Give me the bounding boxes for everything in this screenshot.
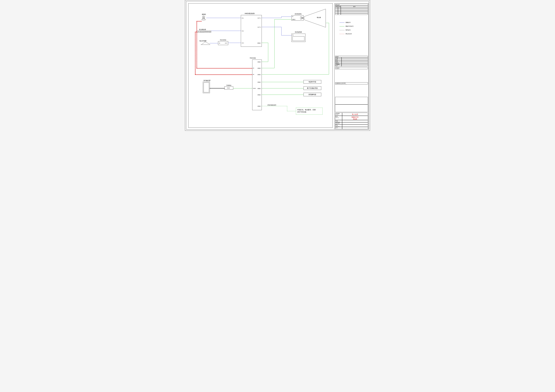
project-key-sub: PROJECT — [336, 114, 342, 115]
ctrl-rj45: RJ45 — [253, 88, 256, 89]
sign-row-1: 建 筑 — [335, 59, 342, 60]
rev-row — [338, 10, 341, 12]
wire-ir2-v — [195, 32, 196, 74]
svg-point-3 — [202, 19, 206, 20]
revision-title: 修改记录 RECORD — [335, 4, 368, 6]
project-key-text: 归档类型 — [336, 113, 340, 114]
psu-box: 电源时序器 — [304, 80, 321, 84]
projector-label: 高清投影机 — [295, 13, 302, 15]
matrix-out1: OUT 1 — [257, 17, 261, 19]
empty-cell — [335, 97, 368, 105]
ctrl-port-4: 控制口 — [257, 81, 261, 83]
rev-row — [341, 10, 368, 12]
stamp-title-text: 注册建筑设计师专用章 — [336, 83, 346, 84]
monitor-label: 机房监视器 — [295, 31, 302, 33]
matrix-out2: OUT 2 — [257, 27, 261, 28]
laptop-label: 笔记本电脑 — [199, 40, 206, 42]
wire-infobox-in3 — [228, 43, 241, 43]
infobox-in-port: IN — [219, 43, 220, 44]
svg-marker-17 — [304, 9, 326, 27]
rev-row — [341, 13, 368, 15]
wire-net-proj-v — [274, 19, 275, 68]
checked-key-text: 校 对 — [336, 125, 338, 126]
wire-ir2-h — [195, 74, 252, 75]
rev-row — [335, 7, 338, 9]
rev-row — [335, 10, 338, 12]
wire-net-mxctrl-h1 — [262, 43, 268, 43]
control-host: 控制口 控制口 控制口 控制口 控制口 控制口 控制口 IR IR RJ45 — [252, 60, 262, 110]
sign-title: 会签栏 — [335, 56, 368, 57]
svg-rect-10 — [209, 31, 211, 32]
monitor-screen — [292, 36, 304, 41]
sign-row-0: 工 程 — [335, 57, 342, 59]
wifi-touch-inner — [204, 82, 209, 92]
bluray-label: 蓝光播放器 — [199, 29, 206, 30]
wire-ir1-h2 — [197, 21, 202, 21]
infobox: IN OUT — [218, 41, 228, 45]
approved-key-text: 审 核 — [336, 121, 338, 121]
decoder-box: 影院解码器 — [304, 93, 321, 96]
approved-val — [342, 120, 368, 122]
laptop-icon — [200, 42, 212, 45]
project-value: 私人会所 — [342, 113, 368, 116]
rev-col-desc: 摘 要 — [341, 6, 368, 7]
stamp-title-sub: STAMP OF ARCHITECTURAL DESIGN — [336, 84, 367, 84]
camera-icon — [201, 15, 206, 21]
dwg-key: 图 名 DWG.TITLE — [335, 116, 342, 120]
dwg-value: 视频及中控 系统图 — [342, 116, 368, 120]
camera-label: 摄像机 — [202, 14, 206, 15]
monitor: IN — [292, 34, 306, 42]
wire-out2-h2 — [281, 35, 292, 36]
sign-row-5: 电 气 — [335, 65, 342, 66]
title-block: 修改记录 RECORD 编号 日期 摘 要 视频信号 网络/中控信号 — [334, 1, 369, 129]
ctrlhost-label: 中控主机 — [250, 57, 256, 59]
checked-key: 校 对 CHECKED BY — [335, 125, 342, 127]
rev-col-no: 编号 — [335, 6, 338, 7]
router-label: 无线路由 — [226, 85, 231, 86]
ctrl-ir2: IR — [253, 74, 254, 75]
monitor-in: IN — [292, 34, 293, 36]
legend-net-label: 网络/中控信号 — [346, 25, 354, 27]
checked-val — [342, 125, 368, 127]
legend-ir-line — [339, 34, 344, 34]
rev-row — [341, 9, 368, 10]
router-rj45: RJ45 — [227, 87, 230, 89]
svg-point-0 — [202, 16, 205, 18]
sign-val — [342, 63, 368, 65]
revision-title-text: 修改记录 — [336, 4, 340, 6]
legend-video: 视频信号 — [339, 22, 351, 23]
wire-bluray-in2 — [211, 31, 241, 31]
ctrl-ir1: IR — [253, 68, 254, 69]
field-key: 专业负责 FIELD — [335, 122, 342, 125]
svg-rect-6 — [197, 31, 211, 32]
designer-key: 设 计 — [335, 127, 342, 129]
designer-val — [342, 127, 368, 129]
project-key: 归档类型 PROJECT — [335, 113, 342, 116]
legend-net: 网络/中控信号 — [339, 25, 354, 27]
sign-row-4: 空调通风 — [335, 63, 342, 65]
legend-video-line — [339, 22, 344, 23]
ctrl-port-3: 控制口 — [257, 74, 261, 76]
rev-row — [335, 12, 338, 13]
rev-row — [341, 7, 368, 9]
wire-net-psu — [262, 82, 304, 82]
sign-row-2: 给 排 — [335, 60, 342, 62]
projector-in: IN — [292, 16, 293, 17]
legend-ir-label: IR红外信号 — [346, 33, 352, 35]
wire-out1-v — [281, 17, 282, 18]
wifi-touchscreen — [203, 82, 210, 93]
matrix-in2: IN 2 — [242, 30, 244, 32]
sign-val — [342, 62, 368, 63]
svg-rect-14 — [300, 17, 302, 19]
svg-rect-9 — [205, 31, 209, 32]
matrix-in1: IN 1 — [242, 17, 244, 19]
legend-wifi-label: WiFi信号 — [346, 29, 351, 31]
svg-point-1 — [203, 16, 204, 17]
rev-row — [335, 13, 338, 15]
drawing-sheet: 摄像机 蓝光播放器 笔记本电脑 综合信息盒 IN — [185, 0, 370, 131]
ctrl-port-5: 控制口 — [257, 88, 261, 89]
wire-net-proj-h2 — [274, 19, 292, 20]
legend-video-label: 视频信号 — [346, 22, 351, 23]
dsp-box: 数字音频处理器 — [304, 86, 321, 90]
wire-out2-v — [281, 27, 282, 35]
